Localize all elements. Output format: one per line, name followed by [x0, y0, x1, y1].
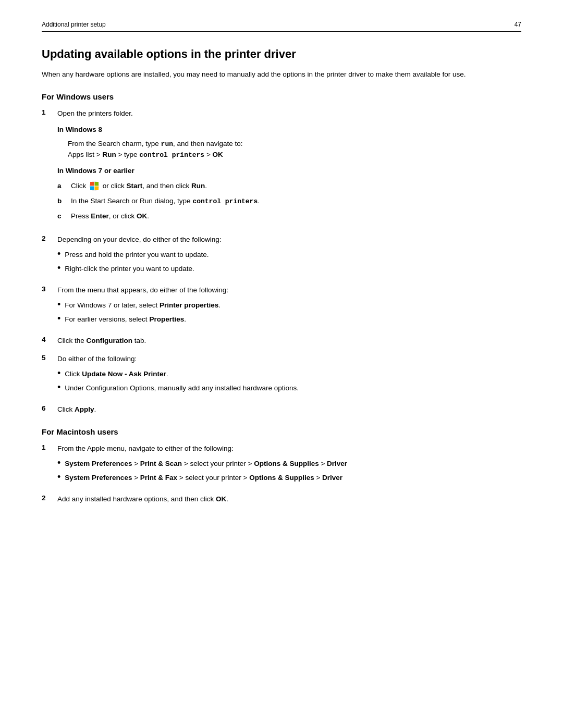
bullet-3-1: • For Windows 7 or later, select Printer…: [57, 300, 228, 311]
enter-bold: Enter: [91, 212, 109, 220]
bullet-5-2-text: Under Configuration Options, manually ad…: [65, 383, 299, 394]
bullet-3-2-text: For earlier versions, select Properties.: [65, 314, 186, 325]
mac-step-1-bullets: • System Preferences > Print & Scan > se…: [57, 459, 347, 484]
alpha-a-content: Click: [71, 181, 207, 192]
svg-rect-3: [90, 186, 94, 190]
windows8-subsection: In Windows 8 From the Search charm, type…: [57, 125, 260, 161]
bullet-2-2: • Right-click the printer you want to up…: [57, 264, 221, 275]
mac-bullet-2-text: System Preferences > Print & Fax > selec…: [65, 473, 342, 484]
mac-step-2-content: Add any installed hardware options, and …: [57, 494, 228, 505]
page: Additional printer setup 47 Updating ava…: [0, 0, 563, 728]
bullet-5-1-text: Click Update Now - Ask Printer.: [65, 369, 168, 380]
step-6-text: Click Apply.: [57, 405, 96, 413]
windows7-heading: In Windows 7 or earlier: [57, 166, 260, 177]
ok-bold-mac: OK: [216, 495, 226, 503]
alpha-a: a Click: [57, 181, 260, 192]
step-1-num: 1: [42, 108, 51, 116]
properties-bold: Properties: [149, 315, 184, 323]
mac-bullet-1: • System Preferences > Print & Scan > se…: [57, 459, 347, 470]
bullet-3-2: • For earlier versions, select Propertie…: [57, 314, 228, 325]
mac-bullet-1-text: System Preferences > Print & Scan > sele…: [65, 459, 347, 470]
step-2-text: Depending on your device, do either of t…: [57, 236, 221, 243]
step-1-text: Open the printers folder.: [57, 109, 133, 117]
bullet-5-2: • Under Configuration Options, manually …: [57, 383, 299, 394]
windows-section-heading: For Windows users: [42, 92, 521, 101]
windows8-heading: In Windows 8: [57, 125, 260, 135]
alpha-a-label: a: [57, 181, 66, 192]
bullet-dot: •: [57, 458, 60, 469]
bullet-dot: •: [57, 299, 60, 311]
windows-step-4: 4 Click the Configuration tab.: [42, 336, 521, 347]
header-left: Additional printer setup: [42, 21, 106, 28]
mac-step-1-text: From the Apple menu, navigate to either …: [57, 445, 234, 452]
step-3-text: From the menu that appears, do either of…: [57, 286, 228, 294]
windows8-line1: From the Search charm, type run, and the…: [68, 139, 260, 150]
ok-bold: OK: [213, 151, 223, 158]
bullet-2-1: • Press and hold the printer you want to…: [57, 250, 221, 261]
configuration-bold: Configuration: [87, 337, 132, 344]
run-bold: Run: [102, 151, 116, 158]
bullet-dot: •: [57, 249, 60, 260]
svg-rect-4: [95, 186, 99, 190]
mac-step-2-num: 2: [42, 494, 51, 502]
intro-text: When any hardware options are installed,…: [42, 69, 521, 80]
step-4-num: 4: [42, 336, 51, 343]
bullet-dot: •: [57, 313, 60, 325]
mac-section-heading: For Macintosh users: [42, 427, 521, 436]
mac-section: For Macintosh users 1 From the Apple men…: [42, 427, 521, 505]
alpha-c-label: c: [57, 211, 66, 222]
mac-step-1-num: 1: [42, 443, 51, 451]
bullet-dot: •: [57, 382, 60, 393]
step-4-text: Click the Configuration tab.: [57, 337, 146, 344]
windows-steps-list: 1 Open the printers folder. In Windows 8…: [42, 108, 521, 415]
page-title: Updating available options in the printe…: [42, 47, 521, 61]
svg-rect-2: [95, 182, 99, 186]
print-scan-bold: Print & Scan: [140, 460, 182, 467]
step-3-content: From the menu that appears, do either of…: [57, 285, 228, 328]
page-number: 47: [515, 21, 521, 28]
alpha-c: c Press Enter, or click OK.: [57, 211, 260, 222]
alpha-c-content: Press Enter, or click OK.: [71, 211, 149, 222]
control-printers-code: control printers: [139, 151, 204, 159]
windows-step-2: 2 Depending on your device, do either of…: [42, 235, 521, 278]
sys-pref-2: System Preferences: [65, 474, 132, 482]
step-3-num: 3: [42, 285, 51, 293]
step-5-num: 5: [42, 354, 51, 362]
step-2-num: 2: [42, 235, 51, 242]
printer-properties-bold: Printer properties: [160, 301, 218, 309]
mac-steps-list: 1 From the Apple menu, navigate to eithe…: [42, 443, 521, 505]
mac-step-1: 1 From the Apple menu, navigate to eithe…: [42, 443, 521, 487]
alpha-b-label: b: [57, 196, 66, 207]
alpha-b-content: In the Start Search or Run dialog, type …: [71, 196, 260, 207]
bullet-2-1-text: Press and hold the printer you want to u…: [65, 250, 209, 261]
windows-step-6: 6 Click Apply.: [42, 404, 521, 415]
bullet-dot: •: [57, 472, 60, 483]
step-2-bullets: • Press and hold the printer you want to…: [57, 250, 221, 275]
bullet-5-1: • Click Update Now - Ask Printer.: [57, 369, 299, 380]
windows8-line2: Apps list > Run > type control printers …: [68, 150, 260, 161]
svg-rect-1: [90, 182, 94, 186]
mac-bullet-2: • System Preferences > Print & Fax > sel…: [57, 473, 347, 484]
run-bold-a: Run: [191, 182, 205, 190]
mac-step-1-content: From the Apple menu, navigate to either …: [57, 443, 347, 487]
step-5-bullets: • Click Update Now - Ask Printer. • Unde…: [57, 369, 299, 394]
mac-step-2-text: Add any installed hardware options, and …: [57, 495, 228, 503]
mac-step-2: 2 Add any installed hardware options, an…: [42, 494, 521, 505]
windows7-subsection: In Windows 7 or earlier a Click: [57, 166, 260, 222]
step-4-content: Click the Configuration tab.: [57, 336, 146, 347]
sys-pref-1: System Preferences: [65, 460, 132, 467]
ok-bold-c: OK: [137, 212, 147, 220]
step-3-bullets: • For Windows 7 or later, select Printer…: [57, 300, 228, 325]
start-bold: Start: [127, 182, 143, 190]
step-6-content: Click Apply.: [57, 404, 96, 415]
windows-section: For Windows users 1 Open the printers fo…: [42, 92, 521, 415]
header-bar: Additional printer setup 47: [42, 21, 521, 32]
options-supplies-2: Options & Supplies: [249, 474, 314, 482]
print-fax-bold: Print & Fax: [140, 474, 177, 482]
step-2-content: Depending on your device, do either of t…: [57, 235, 221, 278]
windows7-alpha-list: a Click: [57, 181, 260, 222]
run-code: run: [161, 140, 173, 148]
step-6-num: 6: [42, 404, 51, 412]
step-5-content: Do either of the following: • Click Upda…: [57, 354, 299, 397]
bullet-dot: •: [57, 263, 60, 274]
